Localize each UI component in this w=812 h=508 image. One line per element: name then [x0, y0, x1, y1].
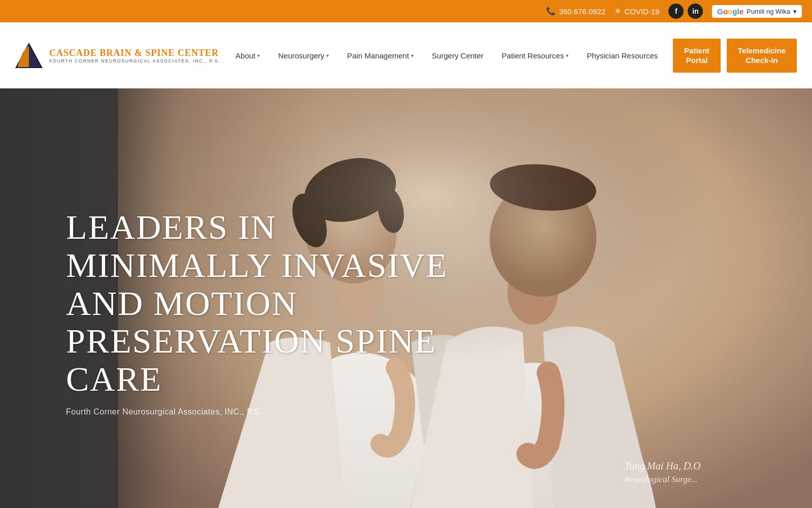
logo-name: Cascade Brain & Spine Center [49, 48, 220, 58]
logo-icon [15, 42, 43, 70]
social-links: f in [668, 4, 703, 19]
asterisk-icon: ✳ [615, 7, 621, 16]
phone-icon: 📞 [546, 7, 556, 16]
svg-text:Tung Mai Ha, D.O: Tung Mai Ha, D.O [624, 460, 701, 472]
nav-patient-resources[interactable]: Patient Resources ▾ [493, 22, 578, 88]
nav-pain-management[interactable]: Pain Management ▾ [338, 22, 423, 88]
nav-neurosurgery[interactable]: Neurosurgery ▾ [269, 22, 338, 88]
nav-pain-management-chevron: ▾ [411, 53, 414, 58]
nav-links: About ▾ Neurosurgery ▾ Pain Management ▾… [220, 22, 673, 88]
logo-text: Cascade Brain & Spine Center Fourth Corn… [49, 48, 220, 64]
nav-about-chevron: ▾ [257, 53, 260, 58]
translate-chevron: ▾ [793, 8, 797, 15]
phone-number: 360.676.0922 [559, 7, 605, 16]
facebook-icon[interactable]: f [668, 4, 684, 19]
svg-marker-2 [17, 46, 29, 67]
nav-patient-resources-label: Patient Resources [502, 51, 564, 60]
nav-surgery-center-label: Surgery Center [432, 51, 484, 60]
nav-about-label: About [235, 51, 255, 60]
logo[interactable]: Cascade Brain & Spine Center Fourth Corn… [15, 42, 220, 70]
telemedicine-line1: Telemedicine [738, 46, 786, 55]
nav-neurosurgery-label: Neurosurgery [278, 51, 324, 60]
svg-text:Neurological Surge...: Neurological Surge... [624, 474, 698, 484]
nav-patient-resources-chevron: ▾ [566, 53, 568, 58]
hero-section: Tung Mai Ha, D.O Neurological Surge... L… [0, 88, 812, 508]
covid-label: COVID-19 [624, 7, 659, 16]
google-icon: Google [717, 7, 743, 16]
nav-about[interactable]: About ▾ [226, 22, 269, 88]
navigation: Cascade Brain & Spine Center Fourth Corn… [0, 22, 812, 88]
patient-portal-button[interactable]: Patient Portal [673, 39, 721, 73]
hero-content: Leaders in Minimally Invasive and Motion… [66, 208, 482, 417]
hero-title: Leaders in Minimally Invasive and Motion… [66, 208, 482, 398]
phone-link[interactable]: 📞 360.676.0922 [546, 7, 605, 16]
top-bar: 📞 360.676.0922 ✳ COVID-19 f in Google Pu… [0, 0, 812, 22]
telemedicine-line2: Check-in [746, 56, 777, 65]
nav-neurosurgery-chevron: ▾ [326, 53, 329, 58]
nav-physician-resources[interactable]: Physician Resources [578, 22, 667, 88]
linkedin-icon[interactable]: in [688, 4, 703, 19]
hero-subtitle: Fourth Corner Neurosurgical Associates, … [66, 407, 482, 417]
nav-physician-resources-label: Physician Resources [587, 51, 658, 60]
covid-link[interactable]: ✳ COVID-19 [615, 7, 659, 16]
patient-portal-line2: Portal [686, 56, 708, 65]
logo-sub: Fourth Corner Neurosurgical Associates, … [49, 58, 220, 64]
google-translate[interactable]: Google Pumili ng Wika ▾ [712, 5, 802, 18]
patient-portal-line1: Patient [684, 46, 709, 55]
nav-surgery-center[interactable]: Surgery Center [423, 22, 493, 88]
telemedicine-button[interactable]: Telemedicine Check-in [727, 39, 797, 73]
nav-pain-management-label: Pain Management [347, 51, 409, 60]
translate-label: Pumili ng Wika [747, 8, 790, 15]
nav-buttons: Patient Portal Telemedicine Check-in [673, 39, 797, 73]
